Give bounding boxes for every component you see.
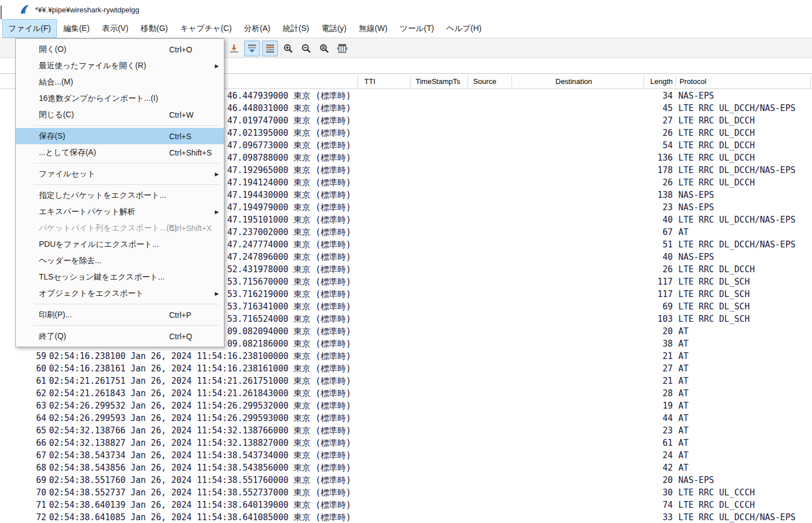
submenu-arrow-icon: ▶: [215, 171, 219, 177]
menu-item-label: PDUをファイルにエクスポート...: [39, 240, 159, 250]
packet-protocol: LTE RRC UL_DCCH: [678, 152, 754, 164]
menu-item-label: 終了(Q): [39, 331, 66, 342]
packet-row[interactable]: 6502:54:32.138766 Jan 26, 2024 11:54:32.…: [0, 424, 812, 437]
column-header-length[interactable]: Length: [628, 74, 673, 88]
file-menu-item[interactable]: 印刷(P)...Ctrl+P: [16, 307, 224, 323]
packet-time: 02:54:38.641085 Jan 26, 2024 11:54:38.64…: [49, 511, 351, 523]
menubar-item-8[interactable]: 無線(W): [353, 19, 394, 38]
column-separator[interactable]: [676, 76, 676, 87]
packet-time: 47.237002000 東京 (標準時): [227, 226, 351, 238]
file-menu-item[interactable]: TLSセッション鍵をエクスポート...: [16, 269, 224, 285]
file-menu-item[interactable]: エキスパートパケット解析▶: [16, 203, 224, 220]
column-separator[interactable]: [810, 76, 811, 87]
window-title: *¥¥.¥pipe¥wireshark-rywtdpelgg: [35, 6, 139, 14]
menubar-item-3[interactable]: 移動(G): [135, 19, 174, 38]
colorize-icon: [265, 43, 275, 54]
menu-item-shortcut: Ctrl+S: [169, 132, 191, 141]
menu-item-label: パケットバイト列をエクスポート...(B): [39, 223, 177, 233]
colorize-button[interactable]: [262, 41, 278, 56]
packet-row[interactable]: 6902:54:38.551760 Jan 26, 2024 11:54:38.…: [0, 474, 812, 486]
packet-protocol: AT: [678, 338, 689, 350]
menubar-item-7[interactable]: 電話(y): [315, 19, 352, 38]
file-menu-item[interactable]: オブジェクトをエクスポート▶: [16, 285, 224, 302]
column-separator[interactable]: [358, 76, 358, 87]
menu-item-shortcut: Ctrl+O: [169, 45, 192, 54]
packet-row[interactable]: 6602:54:32.138827 Jan 26, 2024 11:54:32.…: [0, 437, 812, 449]
packet-length: 28: [616, 387, 673, 400]
packet-row[interactable]: 6302:54:26.299532 Jan 26, 2024 11:54:26.…: [0, 400, 812, 412]
zoom-in-button[interactable]: [280, 41, 296, 56]
file-menu-item[interactable]: ヘッダーを除去...: [16, 252, 224, 269]
file-menu-item[interactable]: 閉じる(C)Ctrl+W: [16, 107, 224, 123]
menubar-item-9[interactable]: ツール(T): [394, 19, 440, 38]
file-menu-item[interactable]: ...として保存(A)Ctrl+Shift+S: [16, 144, 224, 161]
packet-row[interactable]: 6702:54:38.543734 Jan 26, 2024 11:54:38.…: [0, 449, 812, 462]
file-menu-item[interactable]: 結合...(M): [16, 74, 224, 90]
packet-protocol: NAS-EPS: [678, 90, 714, 102]
file-menu-item[interactable]: ファイルセット▶: [16, 166, 224, 182]
packet-time: 02:54:38.640139 Jan 26, 2024 11:54:38.64…: [49, 499, 351, 511]
packet-number: 67: [16, 449, 46, 462]
packet-protocol: NAS-EPS: [678, 251, 714, 263]
packet-protocol: AT: [678, 375, 689, 387]
packet-length: 40: [616, 214, 673, 226]
packet-row[interactable]: 6802:54:38.543856 Jan 26, 2024 11:54:38.…: [0, 462, 812, 474]
column-header-source[interactable]: Source: [473, 74, 529, 88]
column-header-destination[interactable]: Destination: [555, 74, 623, 88]
menubar-item-10[interactable]: ヘルプ(H): [440, 19, 488, 38]
file-menu-item[interactable]: PDUをファイルにエクスポート...: [16, 236, 224, 252]
menu-item-label: 閉じる(C): [39, 110, 74, 120]
menubar-item-file[interactable]: ファイル(F): [2, 19, 57, 38]
wireshark-icon: [19, 4, 30, 15]
submenu-arrow-icon: ▶: [215, 63, 219, 69]
column-header-protocol[interactable]: Protocol: [679, 74, 770, 88]
packet-number: 72: [16, 511, 46, 523]
file-menu-item[interactable]: 開く(O)Ctrl+O: [16, 41, 224, 57]
packet-time: 53.715670000 東京 (標準時): [227, 276, 351, 288]
submenu-arrow-icon: ▶: [215, 291, 219, 296]
zoom-out-button[interactable]: [298, 41, 314, 56]
column-separator[interactable]: [643, 76, 644, 87]
menu-item-label: エキスパートパケット解析: [39, 207, 135, 217]
packet-row[interactable]: 6402:54:26.299593 Jan 26, 2024 11:54:26.…: [0, 412, 812, 424]
packet-row[interactable]: 7002:54:38.552737 Jan 26, 2024 11:54:38.…: [0, 486, 812, 499]
packet-number: 63: [16, 400, 46, 412]
packet-row[interactable]: 5902:54:16.238100 Jan 26, 2024 11:54:16.…: [0, 350, 812, 362]
packet-length: 20: [616, 474, 673, 486]
packet-protocol: NAS-EPS: [678, 474, 714, 486]
packet-protocol: AT: [678, 462, 689, 474]
menubar-item-2[interactable]: 表示(V): [96, 19, 135, 38]
column-header-timestampts[interactable]: TimeStampTs: [416, 74, 466, 88]
resize-columns-button[interactable]: [334, 41, 350, 56]
menubar-item-4[interactable]: キャプチャ(C): [174, 19, 238, 38]
file-menu-item[interactable]: 保存(S)Ctrl+S: [16, 128, 224, 144]
menu-item-label: ファイルセット: [39, 169, 95, 179]
column-separator[interactable]: [410, 76, 411, 87]
menubar-item-1[interactable]: 編集(E): [57, 19, 96, 38]
column-header-tti[interactable]: TTI: [364, 74, 404, 88]
menu-item-label: ...として保存(A): [39, 148, 96, 158]
auto-scroll-button[interactable]: [244, 41, 260, 56]
packet-length: 61: [616, 437, 673, 449]
column-separator[interactable]: [511, 76, 512, 87]
file-menu-item[interactable]: 16進数ダンプからインポート...(I): [16, 90, 224, 107]
go-to-bottom-button[interactable]: [226, 41, 242, 56]
file-menu-item[interactable]: 指定したパケットをエクスポート...: [16, 187, 224, 203]
menubar-item-5[interactable]: 分析(A): [238, 19, 277, 38]
packet-row[interactable]: 6002:54:16.238161 Jan 26, 2024 11:54:16.…: [0, 362, 812, 375]
packet-row[interactable]: 6202:54:21.261843 Jan 26, 2024 11:54:21.…: [0, 387, 812, 400]
packet-row[interactable]: 7202:54:38.641085 Jan 26, 2024 11:54:38.…: [0, 511, 812, 523]
submenu-arrow-icon: ▶: [215, 209, 219, 215]
packet-time: 52.431978000 東京 (標準時): [227, 263, 351, 276]
column-separator[interactable]: [467, 76, 468, 87]
file-menu-item[interactable]: 最近使ったファイルを開く(R)▶: [16, 57, 224, 74]
packet-row[interactable]: 7102:54:38.640139 Jan 26, 2024 11:54:38.…: [0, 499, 812, 511]
packet-row[interactable]: 6102:54:21.261751 Jan 26, 2024 11:54:21.…: [0, 375, 812, 387]
file-menu-item[interactable]: 終了(Q)Ctrl+Q: [16, 328, 224, 344]
menubar-item-6[interactable]: 統計(S): [277, 19, 316, 38]
zoom-reset-button[interactable]: [316, 41, 332, 56]
menu-item-label: ヘッダーを除去...: [39, 256, 102, 266]
packet-number: 69: [16, 474, 46, 486]
packet-number: 65: [16, 424, 46, 437]
packet-time: 02:54:38.552737 Jan 26, 2024 11:54:38.55…: [49, 486, 351, 499]
